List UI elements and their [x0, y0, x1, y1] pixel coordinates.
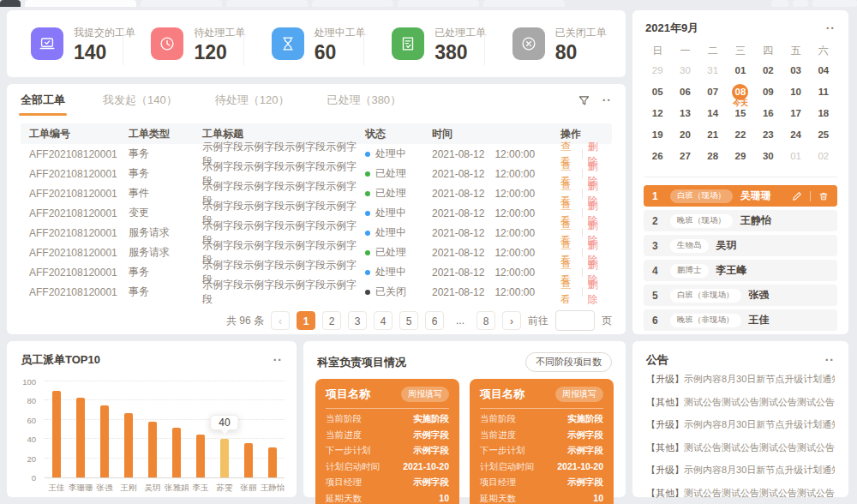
calendar-day[interactable]: 10	[782, 81, 809, 102]
bar[interactable]	[76, 398, 85, 477]
filter-icon[interactable]	[578, 94, 590, 107]
calendar-day[interactable]: 16	[754, 103, 782, 123]
calendar-day[interactable]: 24	[782, 124, 809, 145]
bar[interactable]	[196, 435, 205, 477]
page-goto-input[interactable]	[555, 310, 595, 331]
calendar-day[interactable]: 31	[699, 60, 727, 81]
calendar-day[interactable]: 08 今天	[727, 81, 754, 102]
stage-count-button[interactable]: 不同阶段项目数	[525, 352, 612, 372]
prev-page-button[interactable]: ‹	[271, 311, 290, 330]
tab-strip-segment[interactable]	[141, 0, 222, 7]
calendar-day[interactable]: 03	[782, 60, 809, 81]
calendar-day[interactable]: 27	[671, 146, 698, 166]
calendar-day[interactable]: 18	[810, 103, 837, 123]
workorders-tab[interactable]: 全部工单	[21, 93, 65, 108]
weekly-report-badge[interactable]: 周报填写	[401, 387, 449, 402]
workorders-tab[interactable]: 我发起（140）	[103, 93, 177, 108]
bar[interactable]	[52, 391, 61, 477]
announcement-item[interactable]: 【升级】示例内容8月30日新节点升级计划通知	[646, 464, 835, 477]
page-button[interactable]: 6	[425, 311, 444, 330]
calendar-day[interactable]: 02	[754, 60, 782, 81]
calendar-day[interactable]: 21	[699, 124, 727, 145]
workorders-tab[interactable]: 待处理（120）	[215, 93, 290, 108]
view-link[interactable]: 查看	[560, 278, 577, 307]
shift-row[interactable]: 6 晚班（非现场） 王佳	[644, 309, 837, 331]
calendar-day[interactable]: 12	[644, 103, 671, 123]
bar-column[interactable]	[237, 381, 261, 477]
shift-row[interactable]: 4 鹏博士 李王峰	[644, 260, 837, 281]
more-icon[interactable]: ··	[825, 354, 835, 366]
calendar-day[interactable]: 28	[699, 146, 727, 166]
tab-strip-control[interactable]	[771, 0, 788, 7]
page-button[interactable]: 8	[476, 311, 495, 330]
tab-strip-segment[interactable]	[312, 0, 393, 7]
calendar-day[interactable]: 01	[727, 60, 754, 81]
bar[interactable]	[100, 405, 109, 477]
calendar-day[interactable]: 15	[727, 103, 754, 123]
tab-strip-control[interactable]	[793, 0, 808, 7]
calendar-day[interactable]: 01	[782, 146, 809, 166]
announcement-item[interactable]: 【升级】示例内容8月30日新节点升级计划通知	[646, 373, 835, 386]
more-icon[interactable]: ··	[826, 22, 836, 34]
tab-strip-segment[interactable]	[0, 0, 21, 7]
calendar-day[interactable]: 04	[810, 60, 837, 81]
calendar-day[interactable]: 20	[671, 124, 698, 145]
calendar-day[interactable]: 23	[754, 124, 782, 145]
calendar-day[interactable]: 07	[699, 81, 727, 102]
edit-icon[interactable]	[792, 191, 802, 201]
delete-link[interactable]: 删除	[587, 278, 603, 307]
calendar-day[interactable]: 26	[644, 146, 671, 166]
announcement-item[interactable]: 【升级】示例内容8月30日新节点升级计划通知	[646, 418, 835, 431]
page-button[interactable]: 2	[322, 311, 341, 330]
tab-strip-segment[interactable]	[25, 0, 136, 7]
calendar-day[interactable]: 11	[810, 81, 837, 102]
workorders-tab[interactable]: 已处理（380）	[327, 93, 401, 108]
bar-column[interactable]	[117, 381, 141, 477]
page-button[interactable]: 4	[374, 311, 393, 330]
weekly-report-badge[interactable]: 周报填写	[555, 387, 603, 402]
trash-icon[interactable]	[818, 191, 829, 201]
calendar-day[interactable]: 30	[754, 146, 782, 166]
bar-column[interactable]	[93, 381, 117, 477]
calendar-day[interactable]: 14	[699, 103, 727, 123]
bar[interactable]	[268, 447, 277, 477]
bar-column[interactable]: 40	[213, 381, 237, 477]
project-card[interactable]: 项目名称 周报填写 当前阶段 实施阶段 当前进度 示例字段 下一步计划 示例字段…	[470, 379, 614, 504]
calendar-day[interactable]: 17	[782, 103, 809, 123]
tab-strip-segment[interactable]	[398, 0, 479, 7]
calendar-day[interactable]: 22	[727, 124, 754, 145]
shift-row[interactable]: 3 生物岛 吴玥	[644, 235, 837, 256]
announcement-item[interactable]: 【其他】测试公告测试公告测试公告测试公告	[646, 487, 835, 500]
bar[interactable]	[172, 428, 181, 477]
calendar-day[interactable]: 29	[727, 146, 754, 166]
bar[interactable]	[220, 439, 229, 477]
bar-column[interactable]	[189, 381, 213, 477]
bar-column[interactable]	[45, 381, 69, 477]
tab-strip-segment[interactable]	[226, 0, 308, 7]
bar[interactable]	[124, 413, 133, 477]
bar-column[interactable]	[261, 381, 285, 477]
page-button[interactable]: ...	[451, 311, 470, 330]
calendar-day[interactable]: 30	[671, 60, 698, 81]
calendar-day[interactable]: 09	[754, 81, 782, 102]
calendar-day[interactable]: 25	[810, 124, 837, 145]
shift-row[interactable]: 1 白班（现场） 吴珊珊	[644, 185, 837, 207]
bar-column[interactable]	[69, 381, 93, 477]
project-card[interactable]: 项目名称 周报填写 当前阶段 实施阶段 当前进度 示例字段 下一步计划 示例字段…	[315, 379, 459, 504]
tab-strip-control[interactable]	[812, 0, 857, 7]
bar-column[interactable]	[165, 381, 189, 477]
calendar-day[interactable]: 29	[644, 60, 671, 81]
calendar-day[interactable]: 13	[671, 103, 698, 123]
calendar-day[interactable]: 06	[671, 81, 698, 102]
more-icon[interactable]: ··	[602, 94, 612, 106]
calendar-day[interactable]: 02	[810, 146, 837, 166]
announcement-item[interactable]: 【其他】测试公告测试公告测试公告测试公告	[646, 396, 835, 409]
page-button[interactable]: 3	[348, 311, 367, 330]
page-button[interactable]: 5	[399, 311, 418, 330]
announcement-item[interactable]: 【其他】测试公告测试公告测试公告测试公告	[646, 441, 835, 454]
calendar-day[interactable]: 05	[644, 81, 671, 102]
shift-row[interactable]: 5 白班（非现场） 张强	[644, 285, 837, 306]
calendar-day[interactable]: 19	[644, 124, 671, 145]
shift-row[interactable]: 2 晚班（现场） 王静怡	[644, 210, 837, 231]
tab-strip-segment[interactable]	[483, 0, 565, 7]
